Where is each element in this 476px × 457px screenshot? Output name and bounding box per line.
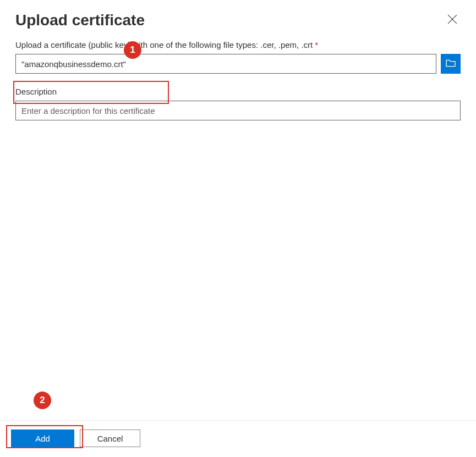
callout-badge-2: 2: [34, 392, 51, 409]
cancel-button[interactable]: Cancel: [80, 430, 140, 447]
description-label: Description: [15, 87, 461, 96]
close-icon: [447, 14, 457, 26]
required-asterisk: *: [315, 40, 318, 49]
close-button[interactable]: [444, 11, 461, 29]
callout-badge-1: 1: [124, 41, 141, 59]
file-upload-label: Upload a certificate (public key) with o…: [15, 40, 461, 49]
add-button[interactable]: Add: [11, 430, 74, 447]
folder-icon: [446, 58, 456, 70]
file-upload-input[interactable]: [15, 54, 436, 74]
browse-file-button[interactable]: [441, 54, 461, 74]
page-title: Upload certificate: [15, 12, 145, 29]
description-input[interactable]: [15, 101, 461, 120]
